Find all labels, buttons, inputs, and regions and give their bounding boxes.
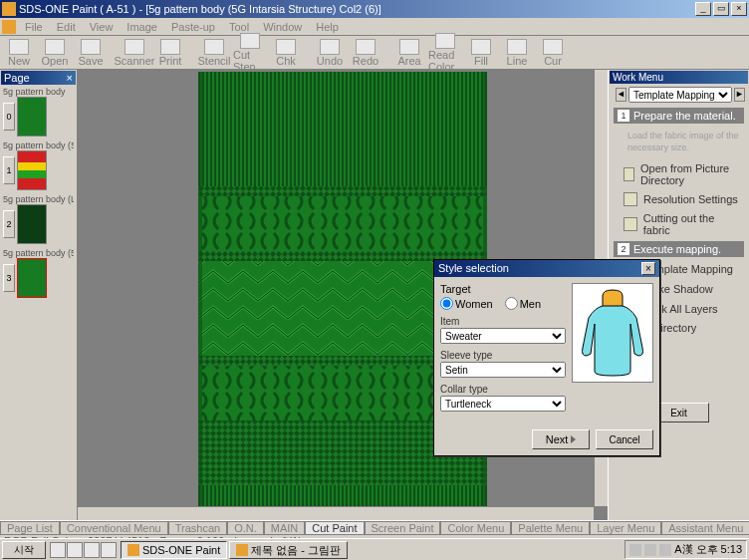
- close-button[interactable]: ×: [731, 2, 747, 16]
- tb-cutsten[interactable]: Cut Sten: [233, 32, 267, 74]
- tb-fill[interactable]: Fill: [464, 38, 498, 68]
- radio-men[interactable]: Men: [505, 297, 541, 310]
- tab-cutpaint[interactable]: Cut Paint: [305, 521, 364, 534]
- collar-select[interactable]: Turtleneck: [440, 396, 566, 412]
- minimize-button[interactable]: _: [695, 2, 711, 16]
- item-select[interactable]: Sweater: [440, 328, 566, 344]
- quick-launch: [50, 542, 117, 558]
- window-title: SDS-ONE Paint ( A-51 ) - [5g pattern bod…: [19, 3, 381, 15]
- collar-label: Collar type: [440, 384, 566, 395]
- tab-on[interactable]: O.N.: [227, 521, 264, 534]
- print-icon: [160, 39, 180, 55]
- fill-icon: [471, 39, 491, 55]
- window-titlebar: SDS-ONE Paint ( A-51 ) - [5g pattern bod…: [0, 0, 749, 18]
- bottom-tab-strip: Page List Conventional Menu Trashcan O.N…: [0, 520, 749, 534]
- canvas-hscrollbar[interactable]: [78, 506, 594, 520]
- ql-icon-2[interactable]: [67, 542, 83, 558]
- tb-area[interactable]: Area: [392, 38, 426, 68]
- menu-pasteup[interactable]: Paste-up: [164, 20, 222, 34]
- start-button[interactable]: 시작: [2, 541, 46, 559]
- area-icon: [399, 39, 419, 55]
- svg-rect-6: [198, 186, 487, 196]
- item-label: Item: [440, 316, 566, 327]
- task-app-icon: [127, 544, 139, 556]
- next-button[interactable]: Next: [532, 429, 590, 449]
- resolution-icon: [624, 192, 637, 206]
- cancel-button[interactable]: Cancel: [596, 429, 653, 449]
- radio-women[interactable]: Women: [440, 297, 493, 310]
- ql-icon-3[interactable]: [84, 542, 100, 558]
- tb-chk[interactable]: Chk: [269, 38, 303, 68]
- redo-icon: [356, 39, 375, 55]
- tb-redo[interactable]: Redo: [349, 38, 382, 68]
- tb-cur[interactable]: Cur: [536, 38, 570, 68]
- chk-icon: [276, 39, 296, 55]
- ql-icon-1[interactable]: [50, 542, 66, 558]
- wm-cutting-fabric[interactable]: Cutting out the fabric: [610, 209, 748, 239]
- tb-line[interactable]: Line: [500, 38, 534, 68]
- tb-readcolor[interactable]: Read Color: [428, 32, 462, 74]
- main-toolbar: New Open Save Scanner Print Stencil Cut …: [0, 36, 749, 70]
- maximize-button[interactable]: ▭: [713, 2, 729, 16]
- task-paint[interactable]: 제목 없음 - 그림판: [229, 541, 348, 559]
- tb-new[interactable]: New: [2, 38, 36, 68]
- tb-print[interactable]: Print: [153, 38, 187, 68]
- page-panel-close-icon[interactable]: ×: [67, 72, 73, 84]
- tray-lang[interactable]: A漢: [674, 542, 692, 557]
- workmenu-dropdown[interactable]: Template Mapping: [628, 87, 732, 103]
- menu-image[interactable]: Image: [120, 20, 164, 34]
- tab-palettemenu[interactable]: Palette Menu: [511, 521, 590, 534]
- tb-save[interactable]: Save: [74, 38, 108, 68]
- task-paint-icon: [236, 544, 248, 556]
- system-tray: A漢 오후 5:13: [624, 540, 747, 559]
- tab-layermenu[interactable]: Layer Menu: [590, 521, 661, 534]
- page-panel-header: Page×: [1, 71, 76, 85]
- tray-icon-3[interactable]: [659, 544, 671, 556]
- tb-open[interactable]: Open: [38, 38, 72, 68]
- sleeve-label: Sleeve type: [440, 350, 566, 361]
- sleeve-select[interactable]: Setin: [440, 362, 566, 378]
- task-sdsone[interactable]: SDS-ONE Paint: [121, 541, 227, 559]
- ql-icon-4[interactable]: [101, 542, 117, 558]
- style-preview: [572, 283, 653, 383]
- tb-stencil[interactable]: Stencil: [197, 38, 231, 68]
- menubar: File Edit View Image Paste-up Tool Windo…: [0, 18, 749, 36]
- wm-next-icon[interactable]: ►: [734, 88, 745, 102]
- wm-resolution-settings[interactable]: Resolution Settings: [610, 189, 748, 209]
- tab-conventional[interactable]: Conventional Menu: [60, 521, 168, 534]
- tab-main[interactable]: MAIN: [264, 521, 306, 534]
- page-item-3[interactable]: 5g pattern body (5G 3: [3, 248, 74, 298]
- menu-help[interactable]: Help: [309, 20, 346, 34]
- wm-step-1: 1 Prepare the material.: [614, 108, 744, 124]
- wm-prev-icon[interactable]: ◄: [616, 88, 626, 102]
- app-icon: [2, 2, 16, 16]
- tab-colormenu[interactable]: Color Menu: [440, 521, 511, 534]
- tb-scanner[interactable]: Scanner: [118, 38, 151, 68]
- tab-trashcan[interactable]: Trashcan: [168, 521, 227, 534]
- page-item-2[interactable]: 5g pattern body (Loc: 2: [3, 194, 74, 244]
- tray-icon-2[interactable]: [644, 544, 656, 556]
- tab-pagelist[interactable]: Page List: [0, 521, 60, 534]
- save-icon: [81, 39, 101, 55]
- tb-undo[interactable]: Undo: [313, 38, 347, 68]
- menu-file[interactable]: File: [18, 20, 50, 34]
- tab-assistant[interactable]: Assistant Menu: [661, 521, 749, 534]
- tray-icon-1[interactable]: [629, 544, 641, 556]
- page-item-0[interactable]: 5g pattern body 0: [3, 87, 74, 137]
- menu-view[interactable]: View: [83, 20, 121, 34]
- tab-screenpaint[interactable]: Screen Paint: [365, 521, 441, 534]
- tray-clock: 오후 5:13: [696, 542, 742, 557]
- next-arrow-icon: [571, 435, 576, 443]
- app-menu-icon: [2, 20, 16, 34]
- dialog-titlebar[interactable]: Style selection ×: [434, 260, 659, 277]
- page-panel: Page× 5g pattern body 0 5g pattern body …: [0, 70, 78, 520]
- dialog-close-button[interactable]: ×: [641, 262, 655, 275]
- svg-rect-5: [198, 72, 487, 186]
- cur-icon: [543, 39, 563, 55]
- menu-edit[interactable]: Edit: [50, 20, 83, 34]
- cutsten-icon: [240, 33, 260, 49]
- readcolor-icon: [435, 33, 455, 49]
- wm-open-picture-dir[interactable]: Open from Picture Directory: [610, 159, 748, 189]
- page-item-1[interactable]: 5g pattern body (SPL 1: [3, 140, 74, 190]
- target-group: Target Women Men: [440, 283, 566, 310]
